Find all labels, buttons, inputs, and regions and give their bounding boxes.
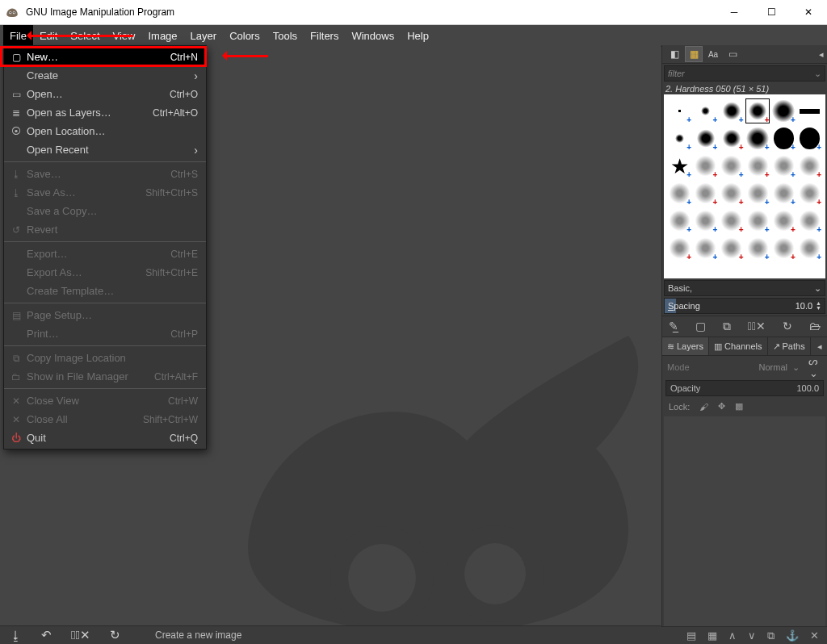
brush-cell[interactable]: + (667, 180, 692, 207)
new-layer-icon[interactable]: ▤ (686, 629, 696, 642)
brush-cell[interactable]: + (719, 125, 744, 152)
window-close-button[interactable]: ✕ (790, 0, 827, 24)
lower-layer-icon[interactable]: ∨ (748, 629, 756, 642)
menu-item-shortcut: Ctrl+Alt+F (154, 371, 198, 383)
tab-paths[interactable]: ↗Paths (768, 337, 811, 355)
brush-cell[interactable]: + (745, 153, 770, 179)
brush-cell[interactable]: + (667, 98, 692, 124)
tab-config-icon[interactable]: ◂ (819, 49, 824, 60)
menu-windows[interactable]: Windows (345, 25, 401, 46)
brush-cell[interactable]: + (719, 98, 744, 124)
brush-cell[interactable]: + (719, 180, 744, 207)
refresh-icon[interactable]: ↻ (110, 628, 120, 642)
tab-channels[interactable]: ▥Channels (709, 337, 767, 355)
brush-filter-input[interactable]: filter ⌄ (664, 65, 825, 82)
tab-patterns-icon[interactable]: ▦ (685, 46, 703, 62)
menu-item-label: Quit (27, 432, 170, 444)
window-maximize-button[interactable]: ☐ (753, 0, 790, 24)
layer-mode-select[interactable]: Normal ⌄ (695, 362, 800, 373)
brush-cell[interactable]: + (693, 235, 718, 261)
menu-colors[interactable]: Colors (223, 25, 267, 46)
download-icon[interactable]: ⭳ (10, 629, 22, 642)
layers-tabstrip: ≋Layers ▥Channels ↗Paths ◂ (662, 337, 827, 356)
duplicate-brush-icon[interactable]: ⧉ (723, 320, 731, 333)
menu-item-show-in-file-manager: 🗀Show in File ManagerCtrl+Alt+F (4, 367, 206, 386)
refresh-brush-icon[interactable]: ↻ (783, 320, 792, 333)
brush-spacing-slider[interactable]: Spacing 10.0 ▲▼ (664, 298, 825, 314)
brush-cell[interactable]: + (745, 180, 770, 207)
menu-item-open-location[interactable]: ⦿Open Location… (4, 122, 206, 140)
lock-paint-icon[interactable]: 🖌 (699, 402, 708, 412)
menu-layer[interactable]: Layer (184, 25, 224, 46)
brush-preset-select[interactable]: Basic, ⌄ (664, 280, 825, 296)
tab-fonts-icon[interactable]: Aa (704, 46, 722, 62)
menu-item-create[interactable]: Create› (4, 66, 206, 85)
tab-layers[interactable]: ≋Layers (662, 337, 709, 355)
brush-cell[interactable]: + (693, 153, 718, 179)
brush-cell[interactable]: + (693, 98, 718, 124)
brush-cell[interactable]: + (771, 207, 796, 234)
brush-cell[interactable]: + (797, 180, 822, 207)
brush-cell[interactable]: + (797, 153, 822, 179)
layers-config-icon[interactable]: ◂ (812, 341, 827, 352)
window-minimize-button[interactable]: ─ (716, 0, 753, 24)
brush-grid[interactable]: +++++++++++★++++++++++++++++++++++++ (664, 94, 825, 278)
brush-cell[interactable]: + (719, 153, 744, 179)
anchor-layer-icon[interactable]: ⚓ (786, 629, 799, 642)
brush-cell[interactable]: + (693, 207, 718, 234)
brush-cell[interactable]: + (693, 125, 718, 152)
menu-filters[interactable]: Filters (304, 25, 345, 46)
brush-cell[interactable]: + (745, 207, 770, 234)
brush-cell[interactable]: + (693, 180, 718, 207)
brush-cell[interactable]: + (771, 235, 796, 261)
brush-cell[interactable]: + (797, 125, 822, 152)
brush-cell[interactable]: + (745, 98, 770, 124)
lock-alpha-icon[interactable]: ▩ (735, 401, 743, 412)
layer-group-icon[interactable]: ▦ (707, 629, 717, 642)
raise-layer-icon[interactable]: ∧ (728, 629, 737, 642)
new-brush-icon[interactable]: ▢ (695, 320, 706, 333)
layers-panel: ≋Layers ▥Channels ↗Paths ◂ Mode Normal ⌄… (662, 337, 827, 626)
layer-mode-switch-icon[interactable]: ᔕ ⌄ (804, 355, 822, 379)
brush-cell[interactable]: + (667, 235, 692, 261)
window-titlebar: GNU Image Manipulation Program ─ ☐ ✕ (0, 0, 827, 25)
menu-help[interactable]: Help (401, 25, 435, 46)
open-brush-icon[interactable]: 🗁 (809, 320, 821, 333)
brush-cell[interactable]: + (797, 207, 822, 234)
menu-image[interactable]: Image (141, 25, 183, 46)
menu-tools[interactable]: Tools (267, 25, 304, 46)
tab-history-icon[interactable]: ▭ (724, 46, 741, 62)
lock-move-icon[interactable]: ✥ (718, 401, 725, 412)
undo-icon[interactable]: ↶ (41, 628, 52, 642)
brush-cell[interactable]: + (719, 207, 744, 234)
layer-opacity-slider[interactable]: Opacity 100.0 (665, 380, 824, 396)
delete-brush-icon[interactable]: �⃞✕ (748, 320, 766, 333)
duplicate-layer-icon[interactable]: ⧉ (767, 629, 775, 642)
tab-brushes-icon[interactable]: ◧ (665, 46, 683, 62)
layers-list[interactable] (664, 416, 825, 626)
brush-cell[interactable]: + (771, 180, 796, 207)
menu-item-quit[interactable]: ⏻QuitCtrl+Q (4, 429, 206, 447)
brush-cell[interactable]: + (719, 235, 744, 261)
spacing-stepper[interactable]: ▲▼ (816, 301, 821, 311)
menu-item-label: Print… (27, 328, 170, 340)
menu-item-open-recent[interactable]: Open Recent› (4, 140, 206, 159)
brush-cell[interactable]: + (745, 125, 770, 152)
menu-item-icon: 🗀 (9, 371, 23, 383)
delete-icon[interactable]: �⃞✕ (71, 628, 90, 642)
delete-layer-icon[interactable]: ✕ (810, 629, 819, 642)
brush-cell[interactable]: ★+ (667, 153, 692, 179)
brush-cell[interactable]: + (771, 98, 796, 124)
menu-item-open[interactable]: ▭Open…Ctrl+O (4, 85, 206, 103)
brush-cell[interactable] (797, 98, 822, 124)
layer-lock-label: Lock: (669, 402, 690, 412)
brush-cell[interactable]: + (667, 125, 692, 152)
brush-cell[interactable]: + (667, 207, 692, 234)
brush-cell[interactable]: + (797, 235, 822, 261)
brush-cell[interactable]: + (771, 125, 796, 152)
menu-item-new[interactable]: ▢New…Ctrl+N (4, 48, 206, 66)
menu-item-open-as-layers[interactable]: ≣Open as Layers…Ctrl+Alt+O (4, 103, 206, 122)
edit-brush-icon[interactable]: ✎̲ (669, 320, 678, 333)
brush-cell[interactable]: + (771, 153, 796, 179)
brush-cell[interactable]: + (745, 235, 770, 261)
